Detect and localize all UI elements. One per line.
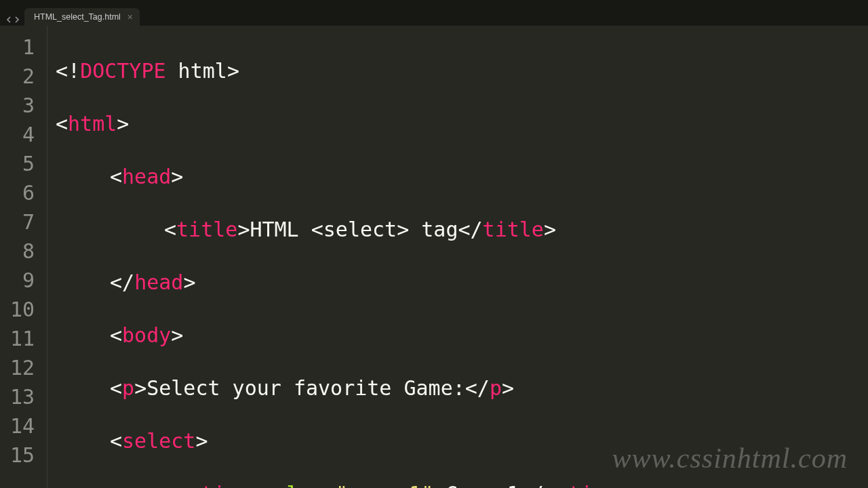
tab-filename: HTML_select_Tag.html xyxy=(34,12,121,22)
line-number: 4 xyxy=(0,120,35,149)
code-line: <html> xyxy=(56,109,868,138)
editor: 1 2 3 4 5 6 7 8 9 10 11 12 13 14 15 <!DO… xyxy=(0,26,868,488)
line-number: 8 xyxy=(0,237,35,266)
line-number: 9 xyxy=(0,266,35,295)
close-icon[interactable]: × xyxy=(127,12,133,22)
line-number: 15 xyxy=(0,441,35,470)
nav-right-icon[interactable] xyxy=(14,16,20,23)
line-number: 13 xyxy=(0,382,35,411)
line-number: 7 xyxy=(0,207,35,237)
code-line: <body> xyxy=(56,321,868,350)
code-line: <p>Select your favorite Game:</p> xyxy=(56,373,868,403)
code-line: <option value="game_1">Game 1</option> xyxy=(56,479,868,488)
line-number-gutter: 1 2 3 4 5 6 7 8 9 10 11 12 13 14 15 xyxy=(0,26,47,488)
line-number: 1 xyxy=(0,33,35,62)
nav-left-icon[interactable] xyxy=(5,16,12,23)
code-area[interactable]: <!DOCTYPE html> <html> <head> <title>HTM… xyxy=(47,26,868,488)
window-titlebar xyxy=(0,0,868,5)
code-line: <!DOCTYPE html> xyxy=(56,56,868,85)
line-number: 12 xyxy=(0,353,35,382)
line-number: 2 xyxy=(0,62,35,91)
code-line: <select> xyxy=(56,426,868,455)
line-number: 14 xyxy=(0,411,35,441)
code-line: <title>HTML <select> tag</title> xyxy=(56,215,868,244)
tab-bar: HTML_select_Tag.html × xyxy=(0,5,868,26)
code-line: </head> xyxy=(56,268,868,297)
line-number: 10 xyxy=(0,295,35,324)
tab-nav-arrows xyxy=(3,16,24,26)
file-tab[interactable]: HTML_select_Tag.html × xyxy=(24,8,140,26)
line-number: 11 xyxy=(0,324,35,353)
line-number: 5 xyxy=(0,149,35,178)
code-line: <head> xyxy=(56,162,868,191)
line-number: 6 xyxy=(0,178,35,207)
line-number: 3 xyxy=(0,91,35,120)
